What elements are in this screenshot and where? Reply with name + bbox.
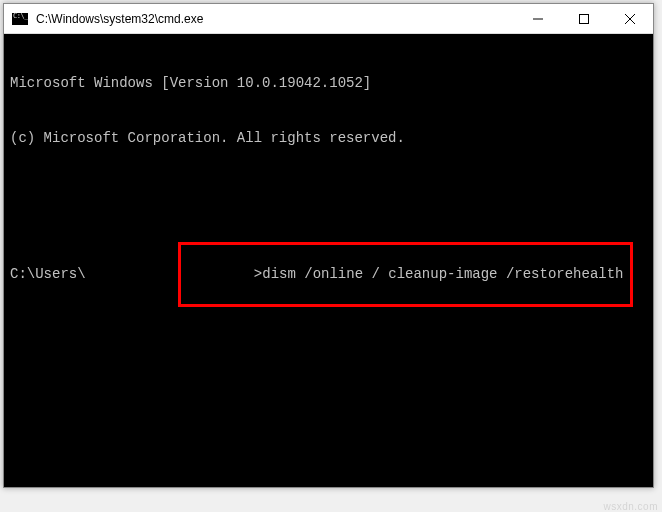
maximize-icon	[579, 14, 589, 24]
blank-line	[10, 184, 647, 202]
close-icon	[625, 14, 635, 24]
minimize-icon	[533, 14, 543, 24]
cmd-icon	[12, 13, 28, 25]
titlebar[interactable]: C:\Windows\system32\cmd.exe	[4, 4, 653, 34]
redacted-username	[88, 267, 168, 281]
window-controls	[515, 4, 653, 33]
command-highlight-box: >dism /online / cleanup-image /restorehe…	[178, 242, 633, 307]
close-button[interactable]	[607, 4, 653, 33]
copyright-line: (c) Microsoft Corporation. All rights re…	[10, 129, 647, 147]
prompt-row: C:\Users\ >dism /online / cleanup-image …	[10, 242, 647, 307]
cmd-window: C:\Windows\system32\cmd.exe Microsoft Wi…	[3, 3, 654, 488]
window-title: C:\Windows\system32\cmd.exe	[34, 12, 515, 26]
version-line: Microsoft Windows [Version 10.0.19042.10…	[10, 74, 647, 92]
minimize-button[interactable]	[515, 4, 561, 33]
prompt-prefix: C:\Users\	[10, 265, 86, 283]
svg-rect-1	[580, 14, 589, 23]
watermark: wsxdn.com	[603, 501, 658, 512]
maximize-button[interactable]	[561, 4, 607, 33]
command-text: >dism /online / cleanup-image /restorehe…	[254, 266, 624, 282]
terminal-area[interactable]: Microsoft Windows [Version 10.0.19042.10…	[4, 34, 653, 487]
